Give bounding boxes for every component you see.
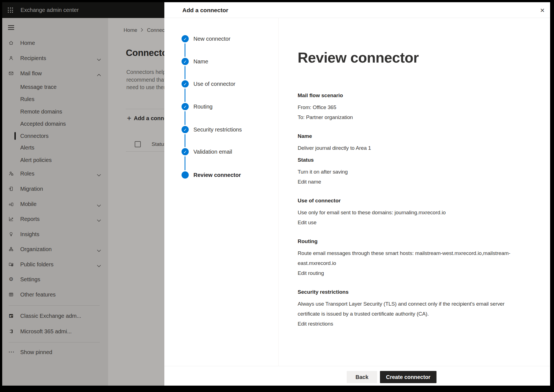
chevron-down-icon	[97, 248, 101, 250]
selected-indicator	[14, 132, 16, 140]
sidebar-item-remote-domains[interactable]: Remote domains	[2, 105, 108, 118]
sidebar-item-rules[interactable]: Rules	[2, 93, 108, 105]
sidebar-item-migration[interactable]: Migration	[2, 183, 108, 195]
sidebar-divider	[9, 342, 100, 342]
lightbulb-icon	[9, 232, 14, 237]
edit-restrictions-link[interactable]: Edit restrictions	[298, 319, 333, 329]
step-completed-icon: ✓	[182, 126, 189, 133]
create-connector-button[interactable]: Create connector	[380, 371, 436, 383]
wizard-steps-rail: ✓ New connector ✓ Name ✓ Use of connecto…	[164, 18, 279, 366]
screenshot-frame: Exchange admin center Home Recipients Ma…	[0, 0, 554, 392]
sidebar-item-mobile[interactable]: Mobile	[2, 198, 108, 210]
sidebar-item-message-trace[interactable]: Message trace	[2, 81, 108, 93]
ellipsis-icon: ···	[9, 350, 14, 355]
sidebar-item-microsoft-365-admin[interactable]: Microsoft 365 admi...	[2, 325, 108, 337]
plus-icon: +	[127, 115, 131, 122]
step-new-connector[interactable]: ✓ New connector	[164, 33, 278, 45]
section-line: Deliver journal directly to Area 1	[298, 143, 535, 153]
chevron-down-icon	[97, 218, 101, 220]
step-use-of-connector[interactable]: ✓ Use of connector	[164, 78, 278, 90]
sidebar-item-public-folders[interactable]: Public folders	[2, 258, 108, 270]
section-line: Turn it on after saving	[298, 167, 535, 177]
sidebar-item-recipients[interactable]: Recipients	[2, 52, 108, 64]
section-use-of-connector: Use of connector Use only for email sent…	[298, 196, 535, 228]
edit-routing-link[interactable]: Edit routing	[298, 268, 324, 278]
sidebar-item-settings[interactable]: ⚙ Settings	[2, 273, 108, 285]
section-line: To: Partner organization	[298, 112, 535, 122]
select-all-checkbox[interactable]	[135, 141, 141, 147]
sidebar-item-connectors[interactable]: Connectors	[2, 130, 108, 142]
svg-text:E: E	[10, 314, 11, 318]
step-completed-icon: ✓	[182, 103, 189, 110]
mobile-chart-icon	[9, 202, 14, 207]
step-completed-icon: ✓	[182, 58, 189, 65]
section-header: Mail flow scenario	[298, 91, 535, 100]
sidebar-item-classic-exchange-admin[interactable]: E Classic Exchange adm...	[2, 310, 108, 322]
edit-name-link[interactable]: Edit name	[298, 177, 321, 187]
sidebar-item-alert-policies[interactable]: Alert policies	[2, 154, 108, 166]
sidebar-divider	[9, 305, 100, 306]
step-completed-icon: ✓	[182, 35, 189, 42]
gear-icon: ⚙	[9, 277, 14, 282]
chevron-down-icon	[97, 203, 101, 205]
section-security-restrictions: Security restrictions Always use Transpo…	[298, 287, 535, 329]
app-launcher-waffle-icon[interactable]	[7, 7, 14, 14]
chevron-down-icon	[97, 172, 101, 175]
chevron-down-icon	[97, 57, 101, 59]
sidebar-item-show-pinned[interactable]: ··· Show pinned	[2, 346, 108, 358]
section-header: Name	[298, 131, 535, 141]
section-name: Name Deliver journal directly to Area 1	[298, 131, 535, 153]
review-connector-content: Review connector Mail flow scenario From…	[279, 18, 550, 366]
step-name[interactable]: ✓ Name	[164, 55, 278, 68]
folder-globe-icon	[9, 262, 14, 267]
breadcrumb-chevron-icon	[141, 27, 143, 33]
step-review-connector[interactable]: Review connector	[164, 169, 278, 181]
back-button[interactable]: Back	[347, 371, 377, 383]
sidebar-item-reports[interactable]: Reports	[2, 213, 108, 225]
step-security-restrictions[interactable]: ✓ Security restrictions	[164, 123, 278, 136]
section-line: certificate is issued by a trusted certi…	[298, 309, 535, 319]
breadcrumb-home[interactable]: Home	[124, 27, 137, 33]
document-arrow-icon	[9, 186, 14, 191]
step-current-icon	[182, 171, 189, 179]
sidebar-item-roles[interactable]: Roles	[2, 167, 108, 180]
sidebar-item-accepted-domains[interactable]: Accepted domains	[2, 118, 108, 130]
section-line: east.mxrecord.io	[298, 258, 535, 268]
page-description: Connectors help recommend that need to u…	[126, 68, 166, 91]
exchange-admin-center: Exchange admin center Home Recipients Ma…	[2, 2, 550, 386]
sidebar-item-home[interactable]: Home	[2, 37, 108, 49]
close-icon[interactable]: ✕	[539, 7, 546, 14]
person-badge-icon	[9, 171, 14, 176]
section-line: From: Office 365	[298, 102, 535, 112]
section-line: Always use Transport Layer Security (TLS…	[298, 299, 535, 309]
section-header: Security restrictions	[298, 287, 535, 297]
section-header: Status	[298, 155, 535, 165]
panel-footer: Back Create connector	[164, 366, 550, 386]
line-chart-icon	[9, 216, 14, 221]
section-header: Use of connector	[298, 196, 535, 206]
left-nav: Home Recipients Mail flow Message trace …	[2, 18, 108, 386]
section-mail-flow-scenario: Mail flow scenario From: Office 365 To: …	[298, 91, 535, 122]
hamburger-icon[interactable]	[8, 25, 14, 30]
step-validation-email[interactable]: ✓ Validation email	[164, 146, 278, 158]
sidebar-item-organization[interactable]: Organization	[2, 243, 108, 255]
section-status: Status Turn it on after saving Edit name	[298, 155, 535, 187]
panel-header: Add a connector ✕	[164, 2, 550, 18]
sidebar-item-insights[interactable]: Insights	[2, 228, 108, 240]
chevron-down-icon	[97, 263, 101, 265]
sidebar-item-mail-flow[interactable]: Mail flow	[2, 67, 108, 79]
section-header: Routing	[298, 236, 535, 246]
table-grid-icon	[9, 292, 14, 297]
app-title: Exchange admin center	[21, 2, 79, 18]
step-completed-icon: ✓	[182, 80, 189, 87]
sidebar-item-other-features[interactable]: Other features	[2, 288, 108, 301]
edit-use-link[interactable]: Edit use	[298, 218, 316, 228]
sidebar-item-alerts[interactable]: Alerts	[2, 141, 108, 154]
section-line: Use only for email sent to these domains…	[298, 208, 535, 218]
step-completed-icon: ✓	[182, 148, 189, 155]
person-icon	[9, 56, 14, 61]
panel-title: Add a connector	[182, 2, 228, 18]
exchange-logo-icon: E	[9, 313, 14, 318]
step-routing[interactable]: ✓ Routing	[164, 100, 278, 113]
review-heading: Review connector	[298, 49, 535, 66]
